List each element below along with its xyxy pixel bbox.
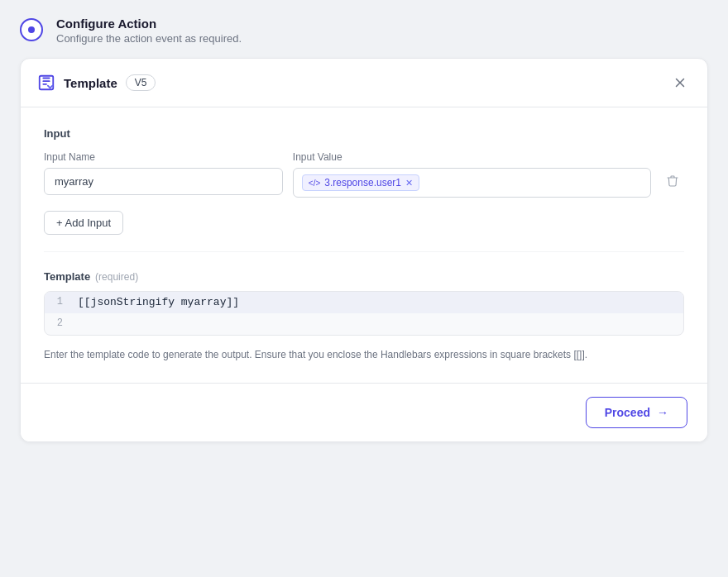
- page-header: Configure Action Configure the action ev…: [20, 17, 708, 45]
- card-title: Template: [64, 76, 117, 90]
- proceed-label: Proceed: [605, 406, 650, 419]
- proceed-button[interactable]: Proceed →: [586, 397, 687, 428]
- line-content-1: [[jsonStringify myarray]]: [71, 292, 683, 312]
- card-body: Input Input Name Input Value </> 3.respo…: [21, 107, 707, 383]
- chip-close-button[interactable]: ✕: [405, 179, 413, 188]
- input-chip: </> 3.response.user1 ✕: [302, 174, 419, 191]
- line-number-1: 1: [45, 292, 71, 312]
- code-line-1: 1 [[jsonStringify myarray]]: [45, 292, 683, 313]
- template-icon: [37, 74, 55, 92]
- proceed-arrow-icon: →: [657, 406, 668, 419]
- step-indicator: [20, 18, 43, 41]
- card-footer: Proceed →: [21, 383, 707, 441]
- code-line-2: 2: [45, 313, 683, 335]
- chip-text: 3.response.user1: [324, 177, 401, 188]
- input-section-label: Input: [44, 127, 684, 140]
- page-subtitle: Configure the action event as required.: [56, 32, 242, 45]
- card-header-left: Template V5: [37, 74, 156, 92]
- add-input-button[interactable]: + Add Input: [44, 211, 123, 235]
- delete-input-button[interactable]: [661, 169, 684, 193]
- step-dot: [28, 26, 35, 33]
- line-number-2: 2: [45, 313, 71, 333]
- version-badge: V5: [126, 74, 156, 91]
- main-card: Template V5 Input Input Name Input Value: [20, 58, 708, 442]
- line-content-2: [71, 313, 683, 322]
- input-name-col: Input Name: [44, 151, 283, 195]
- template-label: Template: [44, 270, 90, 283]
- page-title: Configure Action: [56, 17, 242, 31]
- input-name-field[interactable]: [44, 168, 283, 195]
- template-section-header: Template (required): [44, 270, 138, 283]
- card-header: Template V5: [21, 59, 707, 107]
- input-value-col: Input Value </> 3.response.user1 ✕: [293, 151, 651, 198]
- chip-input[interactable]: </> 3.response.user1 ✕: [293, 168, 651, 198]
- template-section: Template (required) 1 [[jsonStringify my…: [44, 269, 684, 363]
- page-container: Configure Action Configure the action ev…: [20, 17, 708, 442]
- chip-code-icon: </>: [309, 179, 320, 188]
- header-text: Configure Action Configure the action ev…: [56, 17, 242, 45]
- input-value-col-label: Input Value: [293, 151, 651, 163]
- help-text: Enter the template code to generate the …: [44, 347, 684, 363]
- input-name-col-label: Input Name: [44, 151, 283, 163]
- section-divider: [44, 251, 684, 252]
- close-button[interactable]: [669, 72, 691, 93]
- required-tag: (required): [95, 271, 138, 283]
- code-editor[interactable]: 1 [[jsonStringify myarray]] 2: [44, 291, 684, 336]
- input-row: Input Name Input Value </> 3.response.us…: [44, 151, 684, 198]
